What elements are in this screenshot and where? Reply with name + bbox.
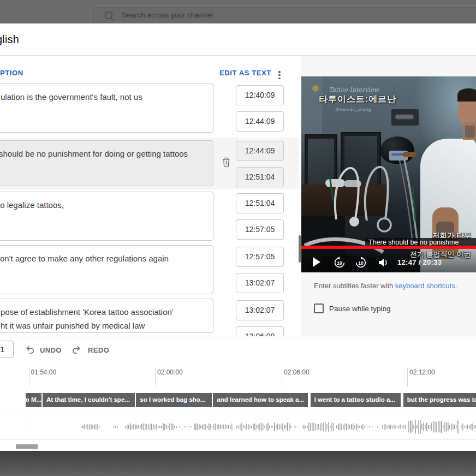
caption-text-box[interactable]: to legalize tattoos,: [0, 192, 213, 241]
caption-text: on't agree to make any other regulations…: [0, 252, 169, 265]
redo-icon: [72, 346, 81, 354]
caption-end-time[interactable]: 12:51:04: [236, 167, 284, 187]
video-panel: Tattoo Interview 타투이스트:에르난 @hernan_chang…: [301, 56, 476, 336]
subtitle-editor-screen: Search across your channel glish PTION E…: [0, 0, 476, 476]
video-overlay-title: 타투이스트:에르난: [319, 94, 396, 105]
video-progress-bar[interactable]: [301, 246, 476, 249]
page-background-bottom: [0, 451, 476, 476]
video-time-display: 12:47 / 20:33: [397, 258, 442, 266]
caption-text-box[interactable]: pose of establishment 'Korea tattoo asso…: [0, 299, 213, 333]
caption-text: to legalize tattoos,: [0, 198, 64, 212]
studio-top-header: Search across your channel: [0, 0, 476, 23]
redo-label: REDO: [88, 346, 109, 354]
caption-text: pose of establishment 'Korea tattoo asso…: [1, 305, 174, 332]
pause-while-typing-label: Pause while typing: [329, 305, 391, 313]
language-title: glish: [0, 33, 19, 46]
caption-start-time[interactable]: 12:51:04: [236, 193, 284, 213]
caption-text-box[interactable]: should be no punishment for doing or get…: [0, 140, 213, 186]
caption-text: should be no punishment for doing or get…: [0, 147, 188, 160]
hint-period: .: [455, 282, 457, 290]
caption-end-time[interactable]: 13:02:07: [236, 273, 284, 293]
caption-start-time[interactable]: 12:40:09: [236, 85, 284, 105]
timeline-divider-h: [26, 390, 476, 390]
subtitle-segment-chip[interactable]: so I worked bag sho...: [136, 393, 212, 407]
ruler-time-label: 02:06:00: [284, 368, 310, 376]
forward-10-button[interactable]: 10: [355, 257, 367, 269]
timeline-panel: 1 UNDO REDO 01:54:0002:00:0002:06:0002:1…: [0, 337, 476, 451]
caption-text-box[interactable]: ulation is the government's fault, not u…: [0, 84, 213, 133]
svg-text:10: 10: [337, 260, 342, 266]
audio-waveform: [0, 414, 476, 439]
caption-end-time[interactable]: 13:06:09: [236, 326, 284, 336]
redo-button[interactable]: REDO: [72, 346, 81, 354]
ruler-tick: [155, 368, 156, 386]
waveform-bottom-border: [0, 439, 476, 440]
pause-while-typing-checkbox[interactable]: [314, 304, 324, 313]
subtitle-segment-chip[interactable]: and learned how to speak a...: [213, 393, 308, 407]
subtitle-overlay-text: There should be no punishme: [368, 239, 459, 246]
volume-icon[interactable]: [378, 258, 390, 267]
ruler-tick: [29, 368, 29, 386]
shortcuts-hint: Enter subtitles faster with keyboard sho…: [314, 282, 457, 290]
ruler-tick: [407, 368, 408, 386]
undo-label: UNDO: [40, 346, 62, 354]
timeline-zoom-value: 1: [0, 345, 4, 354]
video-overlay-script-text: Tattoo Interview: [329, 86, 379, 93]
subtitle-editor-modal: glish PTION EDIT AS TEXT ulation is the …: [0, 23, 476, 451]
video-overlay-handle: @hernan_chang: [335, 107, 371, 112]
caption-start-time[interactable]: 12:44:09: [236, 141, 284, 161]
search-input[interactable]: Search across your channel: [91, 5, 476, 23]
caption-end-time[interactable]: 12:44:09: [236, 111, 284, 132]
caption-start-time[interactable]: 12:57:05: [236, 247, 284, 267]
play-button[interactable]: [313, 257, 320, 267]
subtitle-segment-chip[interactable]: o M...: [26, 393, 42, 407]
subtitle-segment-chip[interactable]: I went to a tattoo studio a...: [311, 393, 401, 407]
ruler-time-label: 02:00:00: [157, 368, 183, 376]
ruler-time-label: 02:12:00: [409, 368, 435, 376]
delete-caption-button[interactable]: [222, 157, 230, 167]
video-player[interactable]: Tattoo Interview 타투이스트:에르난 @hernan_chang…: [301, 76, 476, 272]
ruler-tick: [282, 368, 282, 386]
timeline-zoom-input[interactable]: 1: [0, 341, 14, 358]
caption-start-time[interactable]: 13:02:07: [236, 300, 284, 320]
caption-text-box[interactable]: on't agree to make any other regulations…: [0, 245, 213, 294]
search-placeholder: Search across your channel: [122, 11, 213, 19]
edit-as-text-button[interactable]: EDIT AS TEXT: [219, 69, 271, 77]
subtitle-segment-chip[interactable]: but the progress was to...: [403, 393, 476, 407]
timeline-scrollbar-thumb[interactable]: [16, 444, 38, 449]
caption-text: ulation is the government's fault, not u…: [1, 90, 142, 104]
undo-icon: [25, 346, 35, 354]
svg-text:10: 10: [358, 260, 364, 266]
search-icon: [103, 10, 116, 23]
undo-button[interactable]: UNDO: [25, 346, 35, 354]
keyboard-shortcuts-link[interactable]: keyboard shortcuts: [395, 282, 455, 290]
subtitle-segment-chip[interactable]: At that time, I couldn't spe...: [43, 393, 135, 407]
caption-column-label: PTION: [0, 69, 23, 77]
captions-panel: PTION EDIT AS TEXT ulation is the govern…: [0, 56, 301, 336]
ruler-time-label: 01:54:00: [31, 368, 57, 376]
rewind-10-button[interactable]: 10: [334, 257, 346, 269]
more-options-icon[interactable]: [278, 71, 281, 81]
captions-scrollbar-thumb[interactable]: [299, 235, 301, 263]
caption-end-time[interactable]: 12:57:05: [236, 219, 284, 240]
hint-text: Enter subtitles faster with: [314, 282, 395, 290]
